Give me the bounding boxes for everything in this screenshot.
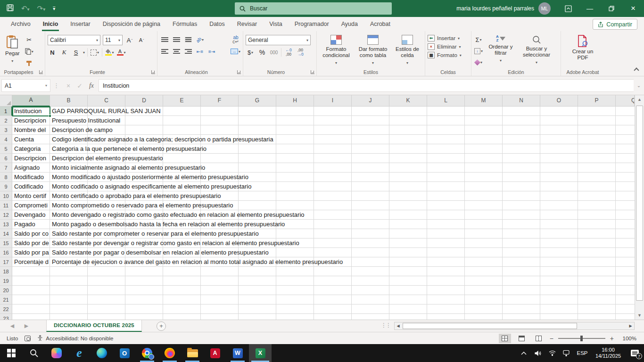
excel-taskbar-icon[interactable]: X <box>249 344 272 362</box>
font-color-icon[interactable]: A▾ <box>116 48 126 57</box>
row-header-15[interactable]: 15 <box>0 239 12 248</box>
cell-A5[interactable]: Categoria <box>12 144 50 154</box>
cell-A15[interactable]: Saldo por de <box>12 239 50 248</box>
number-format-combo[interactable]: General▾ <box>246 35 311 45</box>
page-layout-view-icon[interactable] <box>516 334 528 343</box>
formula-input[interactable]: Institucion <box>99 79 634 92</box>
column-header-D[interactable]: D <box>125 95 163 107</box>
column-header-A[interactable]: A <box>12 95 50 107</box>
cell-B14[interactable]: Saldo restante por comprometer o reserva… <box>52 229 259 239</box>
cell-A12[interactable]: Devengado <box>12 210 50 220</box>
ribbon-tab-disposición-de-página[interactable]: Disposición de página <box>97 17 166 31</box>
vertical-scrollbar-thumb[interactable] <box>636 106 643 301</box>
cell-B17[interactable]: Porcentaje de ejecucion o avance del gas… <box>52 257 343 267</box>
row-header-20[interactable]: 20 <box>0 286 12 295</box>
undo-icon[interactable]: ↶▾ <box>21 4 30 13</box>
cell-A7[interactable]: Asignado <box>12 163 50 173</box>
autosum-icon[interactable]: Σ▾ <box>474 35 483 44</box>
wrap-text-icon[interactable]: abc↵ <box>231 35 240 44</box>
increase-decimal-icon[interactable]: ←0,00 <box>284 48 293 57</box>
cell-B4[interactable]: Codigo identificador asignado a la categ… <box>52 135 273 144</box>
accessibility-status[interactable]: Accesibilidad: No disponible <box>37 335 113 341</box>
ribbon-tab-archivo[interactable]: Archivo <box>5 17 37 31</box>
scroll-right-icon[interactable]: ▶ <box>627 322 634 329</box>
sort-filter-button[interactable]: AZ Ordenar y filtrar▾ <box>485 33 516 65</box>
column-header-H[interactable]: H <box>276 95 314 107</box>
cell-A14[interactable]: Saldo por co <box>12 229 50 239</box>
next-sheet-icon[interactable]: ▶ <box>21 320 32 332</box>
row-header-13[interactable]: 13 <box>0 220 12 229</box>
row-header-6[interactable]: 6 <box>0 154 12 163</box>
zoom-out-icon[interactable]: − <box>550 335 553 342</box>
chrome-taskbar-icon[interactable] <box>136 344 158 362</box>
row-header-19[interactable]: 19 <box>0 276 12 286</box>
copilot-taskbar-icon[interactable] <box>45 344 68 362</box>
ribbon-tab-ayuda[interactable]: Ayuda <box>335 17 364 31</box>
ribbon-tab-acrobat[interactable]: Acrobat <box>364 17 396 31</box>
horizontal-scrollbar[interactable]: ◀ ▶ <box>394 322 635 330</box>
italic-button[interactable]: K <box>59 48 69 57</box>
expand-formula-bar-icon[interactable]: ⌄ <box>634 83 644 88</box>
search-taskbar-icon[interactable] <box>23 344 45 362</box>
clear-icon[interactable]: ▾ <box>474 58 483 67</box>
borders-icon[interactable]: ▾ <box>90 48 99 57</box>
previous-sheet-icon[interactable]: ◀ <box>7 320 18 332</box>
row-header-3[interactable]: 3 <box>0 125 12 135</box>
column-header-N[interactable]: N <box>503 95 540 107</box>
cell-A6[interactable]: Descripcion <box>12 154 50 163</box>
clock[interactable]: 16:00 14/11/2025 <box>591 347 625 359</box>
cell-B10[interactable]: Monto certificado o aprobado para el ele… <box>52 191 221 201</box>
cell-B7[interactable]: Monto inicialmente asignado al elemento … <box>52 163 205 173</box>
scroll-left-icon[interactable]: ◀ <box>395 322 402 329</box>
row-header-21[interactable]: 21 <box>0 295 12 304</box>
insert-function-icon[interactable]: fx <box>89 82 94 90</box>
zoom-in-icon[interactable]: + <box>610 335 614 342</box>
confirm-entry-icon[interactable]: ✓ <box>77 82 83 90</box>
number-dialog-launcher-icon[interactable] <box>311 70 314 74</box>
file-explorer-taskbar-icon[interactable] <box>181 344 204 362</box>
row-header-23[interactable]: 23 <box>0 314 12 320</box>
connect-icon[interactable] <box>559 344 573 362</box>
copy-icon[interactable]: ▾ <box>25 47 34 56</box>
column-header-C[interactable]: C <box>88 95 125 107</box>
fill-color-icon[interactable]: ▾ <box>105 48 114 57</box>
cell-B16[interactable]: Saldo restante por pagar o desembolsar e… <box>52 248 269 257</box>
cell-B12[interactable]: Monto devengado o registrado como gasto … <box>52 210 305 220</box>
cell-B5[interactable]: Categoria a la que pertenece el elemento… <box>52 144 206 154</box>
merge-center-icon[interactable]: ↔▾ <box>231 47 240 56</box>
bold-button[interactable]: N <box>48 48 57 57</box>
cell-A3[interactable]: Nombre del <box>12 125 50 135</box>
cell-A4[interactable]: Cuenta <box>12 135 50 144</box>
alignment-dialog-launcher-icon[interactable] <box>237 70 241 74</box>
align-center-icon[interactable] <box>172 47 181 56</box>
decrease-decimal-icon[interactable]: ,00→0 <box>296 48 305 57</box>
notification-center-icon[interactable]: 7 <box>625 344 644 362</box>
cell-B9[interactable]: Monto codificado o asignado especificame… <box>52 182 251 191</box>
row-header-14[interactable]: 14 <box>0 229 12 239</box>
word-taskbar-icon[interactable]: W <box>226 344 249 362</box>
save-icon[interactable] <box>7 4 14 13</box>
cell-B1[interactable]: GAD PARROQUIAL RURAL SAN JUAN <box>52 107 161 116</box>
cell-A11[interactable]: Comprometi <box>12 201 50 210</box>
column-header-B[interactable]: B <box>50 95 88 107</box>
cell-A9[interactable]: Codificado <box>12 182 50 191</box>
cell-styles-button[interactable]: Estilos de celda▾ <box>393 33 422 67</box>
currency-format-icon[interactable]: $▾ <box>246 48 255 57</box>
column-header-E[interactable]: E <box>163 95 201 107</box>
row-header-11[interactable]: 11 <box>0 201 12 210</box>
column-header-P[interactable]: P <box>578 95 616 107</box>
column-header-O[interactable]: O <box>540 95 578 107</box>
clipboard-dialog-launcher-icon[interactable] <box>39 70 43 74</box>
volume-icon[interactable] <box>531 344 545 362</box>
paste-button[interactable]: Pegar▾ <box>2 33 23 66</box>
percent-format-icon[interactable]: % <box>257 48 267 57</box>
zoom-level[interactable]: 100% <box>619 336 636 341</box>
format-painter-icon[interactable] <box>25 58 34 68</box>
scroll-down-icon[interactable]: ▼ <box>635 311 644 320</box>
cell-B2[interactable]: Presupuesto Institucional <box>52 116 120 125</box>
row-header-22[interactable]: 22 <box>0 304 12 314</box>
row-header-1[interactable]: 1 <box>0 107 12 116</box>
name-box[interactable]: A1▾ <box>1 79 50 92</box>
cell-A10[interactable]: Monto certif <box>12 191 50 201</box>
ribbon-tab-programador[interactable]: Programador <box>289 17 335 31</box>
